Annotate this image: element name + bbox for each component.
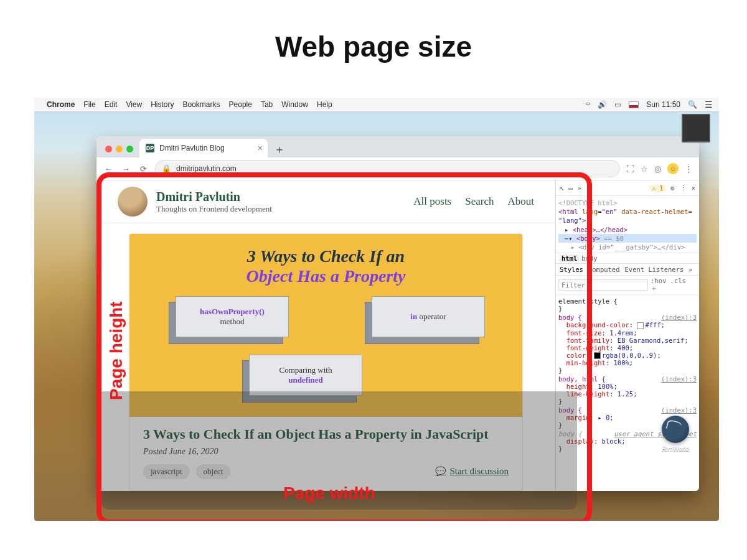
diagram-title: Web page size xyxy=(0,30,747,63)
annotation-page-height-label: Page height xyxy=(106,301,126,400)
nav-reload-button[interactable]: ⟳ xyxy=(138,164,149,174)
comment-icon: 💬 xyxy=(435,466,446,477)
devtools-menu-icon[interactable]: ⋮ xyxy=(680,184,687,192)
window-close-icon[interactable] xyxy=(105,146,112,152)
window-zoom-icon[interactable] xyxy=(126,146,133,152)
control-center-icon[interactable]: ☰ xyxy=(705,100,713,110)
devtools-more-tabs-icon[interactable]: » xyxy=(578,184,581,192)
bookmark-star-icon[interactable]: ☆ xyxy=(641,164,648,174)
devtools-device-icon[interactable]: ▭ xyxy=(568,184,572,192)
chrome-menu-icon[interactable]: ⋮ xyxy=(685,164,693,174)
nav-search[interactable]: Search xyxy=(465,195,494,208)
article-title[interactable]: 3 Ways to Check If an Object Has a Prope… xyxy=(143,426,509,443)
elements-selected-body[interactable]: ⋯▾ <body> == $0 xyxy=(558,234,697,243)
tile-top: in xyxy=(410,312,417,321)
tab-event-listeners[interactable]: Event Listeners xyxy=(625,266,684,273)
devtools-warning-badge[interactable]: ⚠ 1 xyxy=(649,185,665,192)
article-date: Posted June 16, 2020 xyxy=(143,447,509,457)
chrome-tabstrip: DP Dmitri Pavlutin Blog × ＋ xyxy=(96,136,699,157)
menubar-item[interactable]: File xyxy=(83,100,95,109)
menubar-item[interactable]: Tab xyxy=(261,100,273,109)
menubar-item[interactable]: Window xyxy=(281,100,308,109)
site-header: Dmitri Pavlutin Thoughts on Frontend dev… xyxy=(96,180,555,223)
tile-bottom: operator xyxy=(417,312,446,321)
tab-title: Dmitri Pavlutin Blog xyxy=(159,144,225,152)
hero-tile-in-operator: in operator xyxy=(372,296,485,337)
extension-icon[interactable]: ◎ xyxy=(654,164,661,174)
menubar-item[interactable]: People xyxy=(229,100,252,109)
wifi-icon[interactable]: ⌔ xyxy=(586,100,590,109)
battery-icon[interactable]: ▭ xyxy=(614,100,621,109)
nav-back-button[interactable]: ← xyxy=(103,164,114,174)
styles-filter-toggles[interactable]: :hov .cls ＋ xyxy=(651,277,697,293)
webpage-viewport: Dmitri Pavlutin Thoughts on Frontend dev… xyxy=(96,180,555,491)
nav-about[interactable]: About xyxy=(508,195,535,208)
desktop-app-label: RimWorld xyxy=(657,446,694,452)
menubar-clock[interactable]: Sun 11:50 xyxy=(646,100,680,109)
nav-forward-button[interactable]: → xyxy=(120,164,131,174)
devtools-settings-icon[interactable]: ⚙ xyxy=(670,184,674,192)
tag-object[interactable]: object xyxy=(196,464,231,479)
menubar-app[interactable]: Chrome xyxy=(47,100,75,109)
lock-icon: 🔒 xyxy=(162,164,171,173)
cast-icon[interactable]: ⛶ xyxy=(626,164,634,174)
hero-tile-undefined: Comparing with undefined xyxy=(249,355,362,396)
start-discussion-link[interactable]: 💬 Start discussion xyxy=(435,466,509,477)
window-traffic-lights xyxy=(100,146,139,157)
site-title: Dmitri Pavlutin xyxy=(156,190,272,204)
desktop-app-rimworld[interactable]: RimWorld xyxy=(657,416,694,452)
menubar-item[interactable]: Bookmarks xyxy=(183,100,220,109)
elements-breadcrumb[interactable]: htmlbody xyxy=(556,253,699,264)
address-bar[interactable]: 🔒 dmitripavlutin.com xyxy=(155,160,620,177)
tab-overflow-icon[interactable]: » xyxy=(688,266,692,273)
tab-favicon-icon: DP xyxy=(146,144,154,152)
tab-styles[interactable]: Styles xyxy=(560,266,583,273)
window-minimize-icon[interactable] xyxy=(116,146,123,152)
article-hero: 3 Ways to Check If an Object Has a Prope… xyxy=(129,234,522,417)
tab-close-icon[interactable]: × xyxy=(258,143,263,153)
volume-icon[interactable]: 🔊 xyxy=(598,100,607,109)
tile-bottom: method xyxy=(220,317,245,327)
nav-all-posts[interactable]: All posts xyxy=(413,195,451,208)
menubar-item[interactable]: Help xyxy=(317,100,332,109)
menubar-item[interactable]: History xyxy=(151,100,174,109)
menubar-item[interactable]: Edit xyxy=(105,100,118,109)
styles-filter-input[interactable] xyxy=(558,279,648,291)
desktop-user-avatar xyxy=(682,114,710,142)
menubar-item[interactable]: View xyxy=(126,100,142,109)
hero-line1: 3 Ways to Check If an xyxy=(247,246,405,266)
annotation-page-width-label: Page width xyxy=(283,483,375,503)
macos-menubar: Chrome File Edit View History Bookmarks … xyxy=(34,98,719,112)
article-card[interactable]: 3 Ways to Check If an Object Has a Prope… xyxy=(129,233,523,491)
profile-avatar-icon[interactable]: ☺ xyxy=(667,163,679,174)
tile-top: Comparing with xyxy=(280,365,332,375)
browser-tab[interactable]: DP Dmitri Pavlutin Blog × xyxy=(139,139,268,157)
tag-javascript[interactable]: javascript xyxy=(143,464,190,479)
hero-line2: Object Has a Property xyxy=(247,266,406,286)
chrome-window: DP Dmitri Pavlutin Blog × ＋ ← → ⟳ 🔒 dmit… xyxy=(96,136,699,491)
url-text: dmitripavlutin.com xyxy=(176,164,237,173)
hero-heading: 3 Ways to Check If an Object Has a Prope… xyxy=(143,246,509,286)
screenshot-frame: Chrome File Edit View History Bookmarks … xyxy=(34,98,719,521)
tile-bottom: undefined xyxy=(288,375,323,385)
rimworld-icon xyxy=(662,416,689,443)
styles-tabs: Styles Computed Event Listeners » xyxy=(556,264,699,276)
input-source-flag-icon[interactable] xyxy=(629,101,639,108)
tab-computed[interactable]: Computed xyxy=(588,266,620,273)
devtools-inspect-icon[interactable]: ⇱ xyxy=(560,184,563,192)
author-avatar xyxy=(118,187,148,217)
spotlight-search-icon[interactable]: 🔍 xyxy=(688,100,697,109)
elements-tree[interactable]: <!DOCTYPE html> <html lang="en" data-rea… xyxy=(556,196,699,253)
new-tab-button[interactable]: ＋ xyxy=(271,141,288,157)
devtools-close-icon[interactable]: × xyxy=(692,184,695,192)
chrome-toolbar: ← → ⟳ 🔒 dmitripavlutin.com ⛶ ☆ ◎ ☺ ⋮ xyxy=(96,157,699,180)
hero-tile-hasownproperty: hasOwnProperty() method xyxy=(176,296,289,337)
elements-doctype: <!DOCTYPE html> xyxy=(558,198,697,207)
site-tagline: Thoughts on Frontend development xyxy=(156,204,272,214)
tile-top: hasOwnProperty() xyxy=(200,307,265,317)
